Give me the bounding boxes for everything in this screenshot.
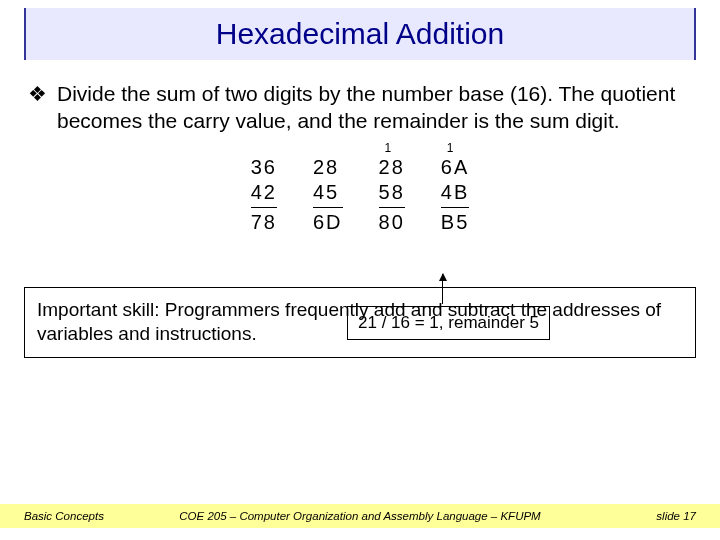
content-area: ❖ Divide the sum of two digits by the nu… (0, 60, 720, 235)
carry-digit: 1 (385, 141, 394, 156)
addend-1: 36 (251, 155, 277, 180)
footer-left: Basic Concepts (24, 510, 104, 522)
footer-right: slide 17 (656, 510, 696, 522)
diamond-bullet-icon: ❖ (28, 80, 47, 107)
carry-digit: 1 (447, 141, 456, 156)
addition-col-1: 36 42 78 (251, 155, 277, 235)
addend-2: 42 (251, 180, 277, 208)
addend-1: 28 (313, 155, 343, 180)
addition-col-3: 1 28 58 80 (379, 155, 405, 235)
sum: B5 (441, 208, 469, 235)
addition-col-4: 1 6A 4B B5 (441, 155, 469, 235)
arrow-up-icon (442, 274, 443, 304)
calculation-callout: 21 / 16 = 1, remainder 5 (347, 306, 547, 340)
addend-1: 28 (379, 155, 405, 180)
sum: 78 (251, 208, 277, 235)
addend-1: 6A (441, 155, 469, 180)
footer-center: COE 205 – Computer Organization and Asse… (0, 510, 720, 522)
addition-examples: 36 42 78 28 45 6D 1 28 58 80 1 6A 4B B5 (28, 155, 692, 235)
slide-title: Hexadecimal Addition (216, 17, 505, 51)
addition-col-2: 28 45 6D (313, 155, 343, 235)
bullet-item: ❖ Divide the sum of two digits by the nu… (28, 80, 692, 135)
addend-2: 58 (379, 180, 405, 208)
sum: 80 (379, 208, 405, 235)
title-bar: Hexadecimal Addition (24, 8, 696, 60)
calculation-text: 21 / 16 = 1, remainder 5 (347, 306, 550, 340)
title-inner: Hexadecimal Addition (26, 8, 694, 60)
bullet-text: Divide the sum of two digits by the numb… (57, 80, 692, 135)
addend-2: 4B (441, 180, 469, 208)
sum: 6D (313, 208, 343, 235)
footer-bar: Basic Concepts COE 205 – Computer Organi… (0, 504, 720, 528)
addend-2: 45 (313, 180, 343, 208)
